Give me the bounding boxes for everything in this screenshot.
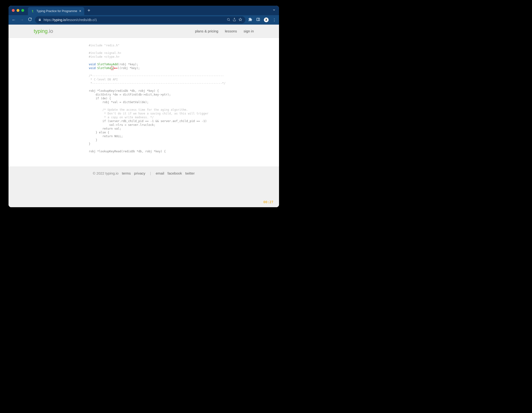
page-content: typing.io plans & pricing lessons sign i…: [9, 25, 279, 207]
panel-icon[interactable]: [256, 18, 261, 22]
error-arrow-icon: ⟸: [114, 66, 118, 70]
back-button[interactable]: ←: [11, 18, 17, 22]
toolbar: ← → https://typing.io/lesson/c/redis/db.…: [9, 15, 279, 25]
forward-button: →: [19, 18, 25, 22]
reload-button[interactable]: [27, 17, 33, 22]
titlebar: t Typing Practice for Programme × +: [9, 6, 279, 15]
tabs-menu-button[interactable]: [272, 8, 276, 12]
footer-terms[interactable]: terms: [122, 171, 131, 175]
copyright: © 2022 typing.io: [93, 171, 119, 175]
window-maximize-button[interactable]: [21, 9, 24, 12]
footer-privacy[interactable]: privacy: [134, 171, 145, 175]
new-tab-button[interactable]: +: [87, 8, 90, 13]
traffic-lights: [12, 9, 24, 12]
footer-separator: |: [150, 171, 151, 175]
menu-icon[interactable]: ⋮: [272, 18, 277, 22]
svg-point-0: [228, 19, 229, 21]
extensions-icon[interactable]: [248, 18, 253, 22]
profile-avatar[interactable]: X: [264, 18, 269, 22]
window-minimize-button[interactable]: [17, 9, 19, 12]
search-in-page-icon[interactable]: [227, 18, 230, 22]
lesson-area[interactable]: #include "redis.h" #include <signal.h> #…: [9, 38, 279, 159]
code-block: #include "redis.h" #include <signal.h> #…: [89, 44, 217, 153]
tab-close-button[interactable]: ×: [79, 9, 81, 13]
browser-tab[interactable]: t Typing Practice for Programme ×: [28, 7, 84, 15]
url-text: https://typing.io/lesson/c/redis/db.c/1: [44, 18, 224, 22]
svg-rect-4: [257, 18, 260, 21]
tab-title: Typing Practice for Programme: [37, 9, 77, 13]
footer-email[interactable]: email: [156, 171, 164, 175]
typing-cursor: y: [111, 66, 114, 70]
site-logo[interactable]: typing.io: [34, 28, 53, 34]
site-footer: © 2022 typing.io terms privacy | email f…: [9, 167, 279, 180]
bottom-fill: [9, 180, 279, 207]
lesson-timer: 00:27: [263, 200, 273, 204]
site-nav: plans & pricing lessons sign in: [195, 29, 254, 33]
tab-favicon: t: [31, 9, 35, 13]
nav-plans[interactable]: plans & pricing: [195, 29, 218, 33]
toolbar-right: X ⋮: [248, 18, 277, 22]
window-close-button[interactable]: [12, 9, 15, 12]
svg-line-1: [229, 20, 230, 21]
address-bar[interactable]: https://typing.io/lesson/c/redis/db.c/1: [35, 16, 245, 23]
nav-signin[interactable]: sign in: [244, 29, 254, 33]
share-icon[interactable]: [233, 18, 236, 22]
bookmark-icon[interactable]: [238, 18, 242, 22]
footer-twitter[interactable]: twitter: [185, 171, 195, 175]
lock-icon: [38, 18, 41, 22]
svg-marker-3: [239, 18, 242, 21]
browser-window: t Typing Practice for Programme × + ← → …: [9, 6, 279, 207]
site-header: typing.io plans & pricing lessons sign i…: [9, 25, 279, 38]
footer-facebook[interactable]: facebook: [168, 171, 182, 175]
nav-lessons[interactable]: lessons: [225, 29, 237, 33]
